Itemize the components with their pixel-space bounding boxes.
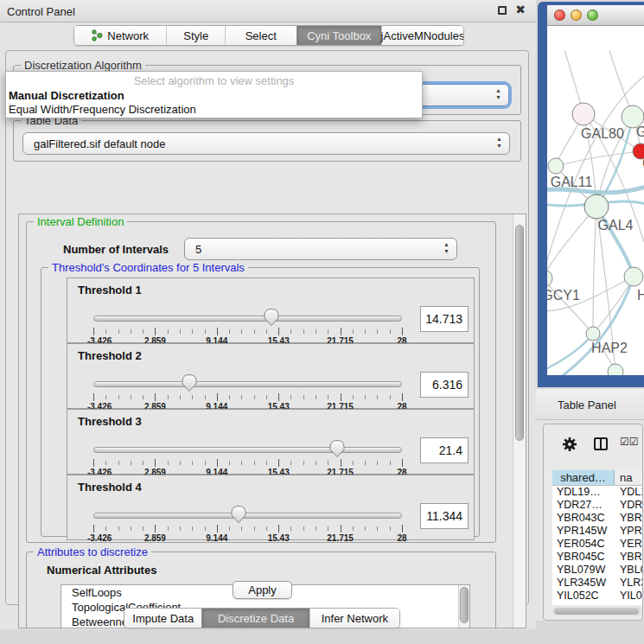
table-data-group: Table Data galFiltered.sif default node … xyxy=(13,120,521,162)
node-attribute-table[interactable]: shared… na YDL19…YDL1 YDR27…YDR2 YBR043C… xyxy=(552,470,643,605)
table-row[interactable]: YBR045CYBR0 xyxy=(552,551,643,564)
slider-thumb[interactable] xyxy=(264,308,279,330)
column-header-shared-name[interactable]: shared… xyxy=(552,470,615,485)
node-label-h: H xyxy=(637,288,644,303)
algorithm-dropdown-popup: Select algorithm to view settings Manual… xyxy=(5,71,423,118)
control-panel-titlebar: Control Panel ✖ xyxy=(0,0,536,22)
node-gal80[interactable] xyxy=(572,103,595,125)
threshold-3-label: Threshold 3 xyxy=(78,415,142,428)
table-panel: ☑☑ shared… na YDL19…YDL1 YDR27…YDR2 YBR0… xyxy=(543,424,643,621)
num-intervals-combobox[interactable]: 5 ▲▼ xyxy=(184,238,457,260)
slider-thumb[interactable] xyxy=(329,439,345,462)
threshold-2-slider[interactable]: -3.426 2.859 9.144 15.43 21.715 28 xyxy=(93,373,402,413)
close-traffic-light-icon[interactable] xyxy=(554,10,565,21)
slider-track[interactable] xyxy=(93,513,402,519)
table-header-row: shared… na xyxy=(552,470,643,486)
column-layout-icon[interactable] xyxy=(594,437,608,450)
table-row[interactable]: YIL052CYIL0 xyxy=(552,590,643,603)
threshold-1-label: Threshold 1 xyxy=(78,284,142,296)
tick-label: 9.144 xyxy=(206,533,227,543)
node-label-hap2: HAP2 xyxy=(591,341,628,355)
node-label-ga: GA xyxy=(636,124,644,139)
table-data-combobox[interactable]: galFiltered.sif default node ▲▼ xyxy=(22,132,510,155)
slider-thumb[interactable] xyxy=(231,505,246,527)
table-row[interactable]: YDL19…YDL1 xyxy=(552,486,643,499)
interval-definition-group: Interval Definition Number of Intervals … xyxy=(26,221,496,543)
tab-select[interactable]: Select xyxy=(225,26,296,45)
table-row[interactable]: YPR145WYPR1 xyxy=(552,525,643,538)
threshold-3-slider[interactable]: -3.426 2.859 9.144 15.43 21.715 28 xyxy=(93,439,402,479)
apply-button[interactable]: Apply xyxy=(233,581,292,599)
table-row[interactable]: YLR345WYLR3 xyxy=(552,577,643,590)
threshold-2-label: Threshold 2 xyxy=(78,349,142,362)
network-canvas[interactable]: GAL80 GA C GAL11 GAL4 GCY1 H HAP2 xyxy=(547,26,644,375)
node-gal11[interactable] xyxy=(548,158,564,174)
threshold-1-value-field[interactable]: 14.713 xyxy=(420,306,469,332)
algorithm-option-manual[interactable]: Manual Discretization xyxy=(9,89,124,102)
threshold-4-row: Threshold 4 -3.426 2.859 9.144 15.43 xyxy=(67,475,475,540)
node-bottom[interactable] xyxy=(608,364,623,375)
node-gcy1[interactable] xyxy=(547,270,552,287)
threshold-3-value-field[interactable]: 21.4 xyxy=(420,437,469,463)
node-label-gal4: GAL4 xyxy=(598,218,634,233)
node-hap2[interactable] xyxy=(586,327,600,341)
settings-scrollbar-thumb[interactable] xyxy=(515,225,524,441)
threshold-4-slider[interactable]: -3.426 2.859 9.144 15.43 21.715 28 xyxy=(93,505,402,545)
tab-discretize-data[interactable]: Discretize Data xyxy=(201,609,309,628)
cyni-toolbox-content: Discretization Algorithm ▲▼ Table Data g… xyxy=(5,50,529,605)
float-window-icon[interactable] xyxy=(498,6,507,15)
algorithm-option-equal-width[interactable]: Equal Width/Frequency Discretization xyxy=(9,103,196,116)
gear-icon[interactable] xyxy=(562,437,577,452)
slider-minor-ticks xyxy=(93,329,403,334)
tab-cyni-toolbox[interactable]: Cyni Toolbox xyxy=(296,26,381,45)
slider-track[interactable] xyxy=(93,447,402,453)
numerical-attributes-label: Numerical Attributes xyxy=(47,564,156,577)
num-intervals-label: Number of Intervals xyxy=(63,243,169,256)
table-data-selected-value: galFiltered.sif default node xyxy=(34,137,165,150)
tab-style[interactable]: Style xyxy=(166,26,225,45)
tick-label: 2.859 xyxy=(144,533,166,543)
slider-track[interactable] xyxy=(93,316,402,322)
node-label-gal80: GAL80 xyxy=(581,126,624,141)
slider-thumb[interactable] xyxy=(182,373,197,396)
slider-minor-ticks xyxy=(93,526,403,531)
list-scrollbar[interactable] xyxy=(458,585,469,628)
network-view-window[interactable]: GAL80 GA C GAL11 GAL4 GCY1 H HAP2 xyxy=(538,2,644,387)
tab-impute-data[interactable]: Impute Data xyxy=(124,609,201,628)
table-row[interactable]: YDR27…YDR2 xyxy=(552,499,643,512)
tab-infer-network-label: Infer Network xyxy=(322,612,388,625)
panel-title: Control Panel xyxy=(7,5,75,18)
tab-infer-network[interactable]: Infer Network xyxy=(309,609,399,628)
table-row[interactable]: YBR043CYBR0 xyxy=(552,512,643,525)
tab-impute-data-label: Impute Data xyxy=(132,612,194,625)
control-panel-tabs: Network Style Select Cyni Toolbox jActiv… xyxy=(73,25,464,46)
cyni-bottom-tabs: Impute Data Discretize Data Infer Networ… xyxy=(124,608,400,628)
threshold-1-slider[interactable]: -3.426 2.859 9.144 15.43 21.715 28 xyxy=(93,308,402,348)
select-columns-icon[interactable]: ☑☑ xyxy=(620,436,639,448)
tab-network[interactable]: Network xyxy=(74,26,166,45)
table-row[interactable]: YER054CYER0 xyxy=(552,538,643,551)
zoom-traffic-light-icon[interactable] xyxy=(587,10,598,21)
attributes-group-label: Attributes to discretize xyxy=(34,545,151,558)
table-panel-titlebar: Table Panel xyxy=(536,389,644,420)
table-horizontal-scrollbar[interactable] xyxy=(552,607,643,615)
threshold-2-value-field[interactable]: 6.316 xyxy=(420,372,469,398)
tick-label: 15.43 xyxy=(268,533,290,543)
threshold-4-value-field[interactable]: 11.344 xyxy=(420,503,469,529)
close-icon[interactable]: ✖ xyxy=(515,4,526,15)
table-horizontal-scrollbar-thumb[interactable] xyxy=(554,608,639,615)
minimize-traffic-light-icon[interactable] xyxy=(571,10,582,21)
network-window-titlebar[interactable] xyxy=(547,5,644,26)
combo-stepper-icon: ▲▼ xyxy=(443,241,450,255)
slider-minor-ticks xyxy=(93,461,403,465)
column-header-name[interactable]: na xyxy=(615,470,643,485)
node-gal4[interactable] xyxy=(584,194,609,219)
application-root: Control Panel ✖ Network Style Select xyxy=(0,0,644,644)
tab-discretize-data-label: Discretize Data xyxy=(218,612,294,625)
table-row[interactable]: YBL079WYBL0 xyxy=(552,564,643,577)
slider-track[interactable] xyxy=(93,381,402,387)
settings-scrollbar[interactable] xyxy=(513,214,526,628)
control-panel: Control Panel ✖ Network Style Select xyxy=(0,0,536,629)
tab-jactivemnodules[interactable]: jActiveMNodules xyxy=(381,26,463,45)
node-h[interactable] xyxy=(624,267,643,286)
